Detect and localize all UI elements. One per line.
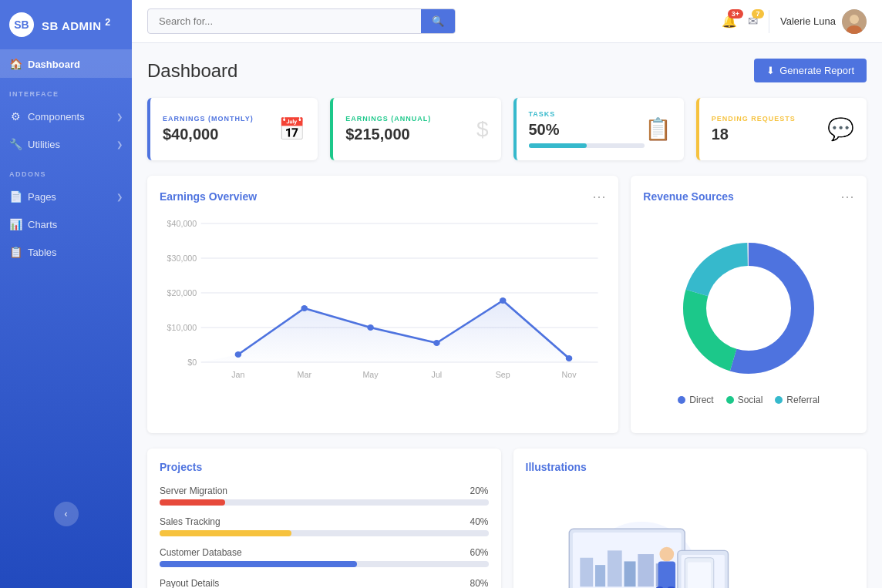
sidebar-section-interface: INTERFACE — [0, 78, 132, 102]
topbar-right: 🔔 3+ ✉ 7 Valerie Luna — [722, 9, 867, 34]
card-label: EARNINGS (ANNUAL) — [345, 115, 431, 123]
legend-social: Social — [726, 395, 763, 405]
messages-badge: 7 — [752, 9, 764, 18]
chevron-right-icon: ❯ — [116, 140, 123, 149]
task-progress — [529, 143, 645, 148]
chart-title: Earnings Overview — [160, 190, 257, 203]
card-earnings-monthly: EARNINGS (MONTHLY) $40,000 📅 — [147, 98, 318, 160]
svg-rect-37 — [607, 550, 621, 586]
svg-rect-39 — [638, 554, 654, 586]
sidebar-item-label: Charts — [28, 219, 57, 230]
search-button[interactable]: 🔍 — [421, 9, 455, 33]
progress-bar-fill — [160, 530, 291, 536]
dashboard-icon: 🏠 — [9, 58, 22, 70]
chart-title: Revenue Sources — [643, 190, 734, 203]
sidebar-item-components[interactable]: ⚙ Components ❯ — [0, 102, 132, 130]
components-icon: ⚙ — [9, 110, 22, 123]
progress-bar-bg — [529, 143, 645, 148]
svg-rect-38 — [624, 561, 635, 586]
revenue-chart-card: Revenue Sources ⋯ — [631, 176, 867, 433]
progress-bar-fill — [160, 499, 225, 506]
brand-title: SB ADMIN 2 — [42, 17, 111, 32]
card-value: $215,000 — [345, 126, 431, 143]
calendar-icon: 📅 — [278, 116, 305, 142]
cards-row: EARNINGS (MONTHLY) $40,000 📅 EARNINGS (A… — [147, 98, 867, 160]
topbar: 🔍 🔔 3+ ✉ 7 Valerie Luna — [132, 0, 882, 43]
sidebar-item-label: Components — [28, 111, 85, 123]
progress-bar-fill — [160, 561, 357, 567]
svg-rect-47 — [658, 561, 675, 588]
progress-bar-fill — [529, 143, 587, 148]
chart-menu-button[interactable]: ⋯ — [840, 188, 854, 205]
svg-point-24 — [500, 297, 507, 304]
user-menu[interactable]: Valerie Luna — [780, 9, 867, 34]
main-content: 🔍 🔔 3+ ✉ 7 Valerie Luna — [132, 0, 882, 588]
legend-direct: Direct — [678, 395, 713, 405]
messages-button[interactable]: ✉ 7 — [748, 14, 758, 29]
sidebar-item-label: Utilities — [28, 139, 60, 150]
card-pending-requests: PENDING REQUESTS 18 💬 — [696, 98, 867, 160]
card-label: TASKS — [529, 110, 645, 118]
sidebar-item-tables[interactable]: 📋 Tables — [0, 238, 132, 266]
list-item: Sales Tracking 40% — [160, 516, 489, 536]
search-form: 🔍 — [147, 8, 456, 34]
svg-text:Jul: Jul — [432, 371, 443, 379]
alerts-button[interactable]: 🔔 3+ — [722, 14, 737, 29]
svg-text:May: May — [362, 371, 379, 379]
list-item: Server Migration 20% — [160, 486, 489, 506]
chart-card-header: Earnings Overview ⋯ — [160, 188, 606, 205]
sidebar-item-label: Pages — [28, 191, 56, 203]
illustrations-title: Illustrations — [526, 461, 855, 473]
svg-rect-35 — [580, 558, 593, 587]
chart-menu-button[interactable]: ⋯ — [592, 188, 606, 205]
search-input[interactable] — [148, 9, 421, 33]
referral-dot — [775, 396, 783, 404]
svg-rect-45 — [688, 562, 711, 588]
card-value: 18 — [712, 126, 796, 143]
progress-bar-bg — [160, 499, 489, 506]
svg-text:$30,000: $30,000 — [167, 254, 197, 263]
sidebar-collapse-button[interactable]: ‹ — [54, 502, 79, 526]
svg-point-22 — [367, 324, 374, 331]
dollar-icon: $ — [476, 117, 489, 142]
pages-icon: 📄 — [9, 190, 22, 203]
card-value: $40,000 — [163, 126, 254, 143]
donut-legend: Direct Social Referral — [678, 395, 820, 405]
page-content: Dashboard ⬇ Generate Report EARNINGS (MO… — [132, 43, 882, 588]
charts-row: Earnings Overview ⋯ $40,000 $30,000 — [147, 176, 867, 433]
sidebar-item-pages[interactable]: 📄 Pages ❯ — [0, 183, 132, 210]
card-earnings-annual: EARNINGS (ANNUAL) $215,000 $ — [330, 98, 500, 160]
svg-text:$20,000: $20,000 — [167, 289, 197, 297]
donut-chart: Direct Social Referral — [643, 216, 854, 421]
projects-card: Projects Server Migration 20% Sales Trac… — [147, 449, 501, 588]
sidebar-item-charts[interactable]: 📊 Charts — [0, 210, 132, 238]
svg-text:Sep: Sep — [496, 371, 510, 379]
chart-card-header: Revenue Sources ⋯ — [643, 188, 854, 205]
svg-text:Jan: Jan — [231, 371, 245, 379]
projects-title: Projects — [160, 461, 489, 473]
sidebar-brand[interactable]: SB SB ADMIN 2 — [0, 0, 132, 50]
svg-rect-36 — [595, 565, 605, 586]
card-label: EARNINGS (MONTHLY) — [163, 115, 254, 123]
sidebar-section-addons: ADDONS — [0, 158, 132, 183]
line-chart: $40,000 $30,000 $20,000 $10,000 $0 Jan M… — [160, 216, 606, 401]
svg-point-20 — [235, 351, 242, 358]
svg-text:Mar: Mar — [298, 371, 312, 379]
svg-text:Nov: Nov — [562, 371, 577, 379]
generate-report-button[interactable]: ⬇ Generate Report — [754, 59, 867, 82]
svg-point-25 — [566, 355, 573, 361]
direct-dot — [678, 396, 685, 404]
social-dot — [726, 396, 734, 404]
tables-icon: 📋 — [9, 246, 22, 258]
sidebar-item-label: Dashboard — [28, 59, 80, 70]
legend-referral: Referral — [775, 395, 820, 405]
sidebar-item-dashboard[interactable]: 🏠 Dashboard — [0, 50, 132, 78]
avatar — [842, 9, 867, 34]
svg-point-23 — [433, 340, 440, 346]
charts-icon: 📊 — [9, 218, 22, 230]
list-item: Payout Details 80% — [160, 578, 489, 588]
svg-point-46 — [659, 547, 674, 562]
sidebar-item-utilities[interactable]: 🔧 Utilities ❯ — [0, 130, 132, 158]
illustration-image — [526, 486, 757, 588]
card-value: 50% — [529, 121, 645, 139]
